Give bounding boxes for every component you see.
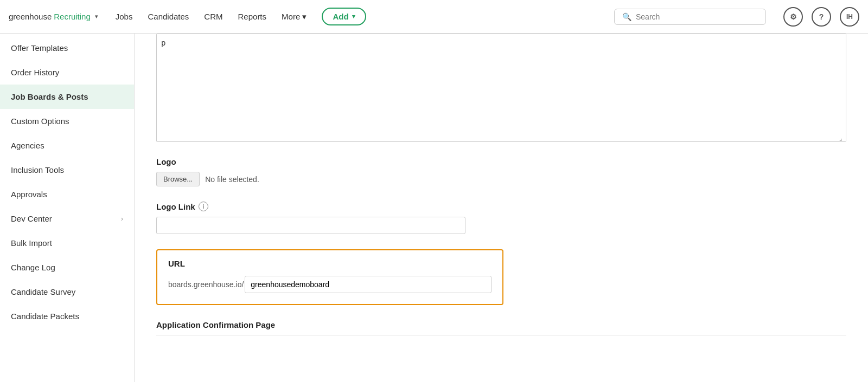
nav-more[interactable]: More ▾ [282, 12, 307, 22]
search-icon: 🔍 [622, 12, 631, 21]
logo-chevron: ▾ [95, 13, 98, 20]
sidebar-item-custom-options[interactable]: Custom Options [0, 109, 134, 133]
top-nav: greenhouse Recruiting ▾ Jobs Candidates … [0, 0, 868, 34]
sidebar-item-bulk-import[interactable]: Bulk Import [0, 231, 134, 255]
app-confirm-label: Application Confirmation Page [156, 320, 846, 329]
sidebar-item-candidate-survey[interactable]: Candidate Survey [0, 280, 134, 304]
sidebar-item-approvals[interactable]: Approvals [0, 182, 134, 206]
nav-icons: ⚙ ? IH [783, 7, 859, 27]
sidebar-item-dev-center[interactable]: Dev Center › [0, 206, 134, 231]
logo-link-info-icon[interactable]: i [199, 202, 208, 211]
no-file-text: No file selected. [205, 175, 259, 184]
settings-icon[interactable]: ⚙ [783, 7, 803, 27]
main-content: ⌟ Logo Browse... No file selected. Logo … [135, 34, 868, 382]
url-label: URL [168, 259, 492, 268]
search-box[interactable]: 🔍 [614, 9, 766, 25]
logo-link-section: Logo Link i [156, 202, 846, 234]
browse-row: Browse... No file selected. [156, 172, 846, 186]
nav-links: Jobs Candidates CRM Reports More ▾ [116, 12, 307, 22]
sidebar: Offer Templates Order History Job Boards… [0, 34, 135, 382]
url-row: boards.greenhouse.io/ [168, 276, 492, 293]
browse-button[interactable]: Browse... [156, 172, 200, 186]
sidebar-item-candidate-packets[interactable]: Candidate Packets [0, 304, 134, 328]
logo-name-black: greenhouse [9, 12, 52, 21]
sidebar-item-job-boards[interactable]: Job Boards & Posts [0, 85, 134, 109]
sidebar-item-order-history[interactable]: Order History [0, 60, 134, 85]
help-icon[interactable]: ? [812, 7, 831, 27]
logo-name-green: Recruiting [54, 12, 91, 21]
logo-label: Logo [156, 157, 846, 166]
main-layout: Offer Templates Order History Job Boards… [0, 34, 868, 382]
description-textarea-section: ⌟ [156, 34, 846, 142]
url-section: URL boards.greenhouse.io/ [156, 249, 503, 305]
logo-link-input[interactable] [156, 217, 465, 234]
nav-candidates[interactable]: Candidates [148, 12, 189, 22]
url-prefix: boards.greenhouse.io/ [168, 280, 245, 289]
app-logo[interactable]: greenhouse Recruiting ▾ [9, 12, 98, 21]
sidebar-item-inclusion-tools[interactable]: Inclusion Tools [0, 158, 134, 182]
url-input[interactable] [245, 276, 492, 293]
user-avatar[interactable]: IH [840, 7, 859, 27]
dev-center-chevron: › [121, 215, 123, 223]
logo-link-label-text: Logo Link [156, 202, 195, 211]
add-button[interactable]: Add ▾ [322, 8, 366, 25]
app-confirm-divider [156, 335, 846, 335]
sidebar-item-change-log[interactable]: Change Log [0, 255, 134, 280]
resize-handle[interactable]: ⌟ [839, 135, 845, 140]
description-textarea[interactable] [157, 34, 846, 141]
nav-crm[interactable]: CRM [204, 12, 222, 22]
sidebar-item-agencies[interactable]: Agencies [0, 133, 134, 158]
nav-jobs[interactable]: Jobs [116, 12, 133, 22]
logo-section: Logo Browse... No file selected. [156, 157, 846, 186]
sidebar-item-offer-templates[interactable]: Offer Templates [0, 36, 134, 60]
nav-reports[interactable]: Reports [238, 12, 267, 22]
search-input[interactable] [636, 12, 758, 21]
app-confirm-section: Application Confirmation Page [156, 320, 846, 335]
logo-link-label-row: Logo Link i [156, 202, 846, 211]
